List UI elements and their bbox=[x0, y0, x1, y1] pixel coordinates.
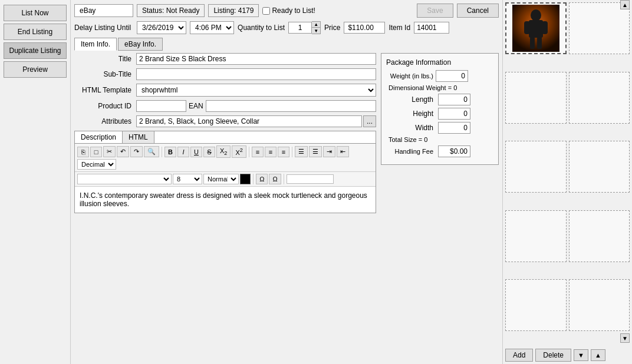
italic-button[interactable]: I bbox=[177, 147, 189, 157]
find-button[interactable]: 🔍 bbox=[144, 146, 159, 157]
delete-image-button[interactable]: Delete bbox=[535, 349, 571, 362]
scroll-up-button[interactable]: ▲ bbox=[620, 0, 630, 9]
move-down-button[interactable]: ▼ bbox=[574, 349, 588, 361]
image-cell-4[interactable] bbox=[569, 72, 630, 124]
height-input[interactable] bbox=[438, 108, 470, 120]
image-cell-5[interactable] bbox=[505, 141, 567, 193]
special-char-button[interactable]: Ω bbox=[256, 174, 268, 184]
svg-rect-6 bbox=[537, 37, 542, 49]
qty-down-button[interactable]: ▼ bbox=[312, 28, 320, 34]
image-cell-8[interactable] bbox=[569, 210, 630, 262]
image-cell-3[interactable] bbox=[505, 72, 567, 124]
align-left-button[interactable]: ≡ bbox=[252, 147, 264, 157]
list-button[interactable]: ☰ bbox=[295, 146, 308, 157]
svg-rect-3 bbox=[524, 21, 530, 34]
attributes-button[interactable]: ... bbox=[363, 115, 376, 127]
toolbar-sep-2 bbox=[249, 147, 249, 157]
form-left: Title Sub-Title HTML Template shoprwhtml… bbox=[74, 53, 376, 360]
subscript-button[interactable]: X2 bbox=[216, 145, 231, 158]
description-section: Description HTML ⎘ □ ✂ ↶ ↷ 🔍 B I bbox=[74, 131, 376, 213]
ready-to-list-checkbox[interactable] bbox=[262, 7, 270, 15]
style-select[interactable]: Normal bbox=[203, 174, 239, 184]
bold-button[interactable]: B bbox=[164, 147, 176, 157]
svg-rect-5 bbox=[530, 37, 535, 49]
image-cell-10[interactable] bbox=[569, 279, 630, 331]
package-section: Package Information Weight (in lbs.) Dim… bbox=[381, 53, 499, 165]
qty-label: Quantity to List bbox=[238, 24, 285, 32]
width-input[interactable] bbox=[438, 122, 470, 134]
dimensional-label: Dimensional Weight = 0 bbox=[389, 84, 493, 91]
align-center-button[interactable]: ≡ bbox=[265, 147, 276, 157]
image-cell-6[interactable] bbox=[569, 141, 630, 193]
align-right-button[interactable]: ≡ bbox=[278, 147, 289, 157]
attributes-row: Attributes ... bbox=[74, 115, 376, 127]
sidebar: List Now End Listing Duplicate Listing P… bbox=[0, 0, 71, 364]
search-input[interactable] bbox=[287, 174, 334, 184]
desc-tab-html[interactable]: HTML bbox=[123, 131, 154, 143]
editor-toolbar-1: ⎘ □ ✂ ↶ ↷ 🔍 B I U S X2 X2 ≡ bbox=[75, 144, 376, 172]
redo-button[interactable]: ↷ bbox=[130, 146, 143, 157]
ordered-list-button[interactable]: ☰ bbox=[309, 146, 322, 157]
desc-tab-description[interactable]: Description bbox=[75, 131, 123, 143]
cut-button[interactable]: ✂ bbox=[103, 146, 116, 157]
move-up-button[interactable]: ▲ bbox=[591, 349, 605, 361]
decimal-select[interactable]: Decimal bbox=[77, 159, 116, 170]
image-cell-7[interactable] bbox=[505, 210, 567, 262]
template-row: HTML Template shoprwhtml shoprwhtml bbox=[74, 84, 376, 97]
price-input[interactable] bbox=[344, 22, 385, 34]
font-select[interactable] bbox=[77, 174, 172, 184]
title-input[interactable] bbox=[136, 53, 376, 65]
itemid-input[interactable] bbox=[414, 22, 449, 34]
template-select[interactable]: shoprwhtml shoprwhtml bbox=[136, 84, 376, 97]
list-now-button[interactable]: List Now bbox=[4, 5, 67, 21]
attributes-label: Attributes bbox=[74, 117, 136, 125]
weight-row: Weight (in lbs.) bbox=[386, 70, 493, 82]
ean-label: EAN bbox=[189, 102, 203, 110]
scroll-down-button[interactable]: ▼ bbox=[620, 333, 630, 343]
strikethrough-button[interactable]: S bbox=[203, 147, 215, 157]
height-label: Height bbox=[386, 110, 433, 118]
time-select[interactable]: 4:06 PM bbox=[190, 21, 234, 34]
undo-button[interactable]: ↶ bbox=[117, 146, 129, 157]
underline-button[interactable]: U bbox=[190, 147, 202, 157]
new-button[interactable]: □ bbox=[90, 147, 102, 157]
listing-badge: Listing: 4179 bbox=[208, 4, 259, 17]
height-row: Height bbox=[386, 108, 493, 120]
outdent-button[interactable]: ⇤ bbox=[337, 146, 349, 157]
preview-button[interactable]: Preview bbox=[4, 61, 67, 78]
tab-item-info[interactable]: Item Info. bbox=[74, 38, 117, 51]
image-cell-9[interactable] bbox=[505, 279, 567, 331]
color-picker[interactable] bbox=[240, 174, 251, 184]
ean-input[interactable] bbox=[206, 100, 376, 112]
package-title: Package Information bbox=[386, 58, 493, 67]
end-listing-button[interactable]: End Listing bbox=[4, 24, 67, 40]
length-row: Length bbox=[386, 94, 493, 105]
save-button[interactable]: Save bbox=[417, 4, 453, 18]
platform-input[interactable] bbox=[74, 4, 133, 17]
product-input[interactable] bbox=[136, 100, 186, 112]
image-cell-2[interactable] bbox=[569, 2, 630, 54]
subtitle-input[interactable] bbox=[136, 68, 376, 80]
weight-input[interactable] bbox=[436, 70, 468, 82]
symbol-button[interactable]: Ω bbox=[269, 174, 281, 184]
handling-input[interactable] bbox=[438, 145, 470, 157]
form-right: Package Information Weight (in lbs.) Dim… bbox=[381, 53, 499, 360]
duplicate-listing-button[interactable]: Duplicate Listing bbox=[4, 42, 67, 59]
main-image-cell[interactable] bbox=[505, 2, 567, 54]
copy-button[interactable]: ⎘ bbox=[77, 147, 89, 157]
date-select[interactable]: 3/26/2019 bbox=[137, 21, 186, 34]
tab-ebay-info[interactable]: eBay Info. bbox=[118, 38, 163, 51]
add-image-button[interactable]: Add bbox=[505, 349, 533, 362]
cancel-button[interactable]: Cancel bbox=[457, 4, 499, 18]
qty-up-button[interactable]: ▲ bbox=[312, 22, 320, 28]
attributes-input[interactable] bbox=[136, 115, 362, 127]
font-size-select[interactable]: 8 bbox=[173, 174, 202, 184]
ready-to-list-label[interactable]: Ready to List! bbox=[262, 6, 315, 15]
length-label: Length bbox=[386, 95, 433, 104]
subtitle-label: Sub-Title bbox=[74, 70, 136, 78]
qty-input[interactable] bbox=[288, 22, 312, 34]
superscript-button[interactable]: X2 bbox=[232, 145, 246, 158]
length-input[interactable] bbox=[438, 94, 470, 105]
weight-label: Weight (in lbs.) bbox=[386, 72, 433, 80]
indent-button[interactable]: ⇥ bbox=[323, 146, 335, 157]
